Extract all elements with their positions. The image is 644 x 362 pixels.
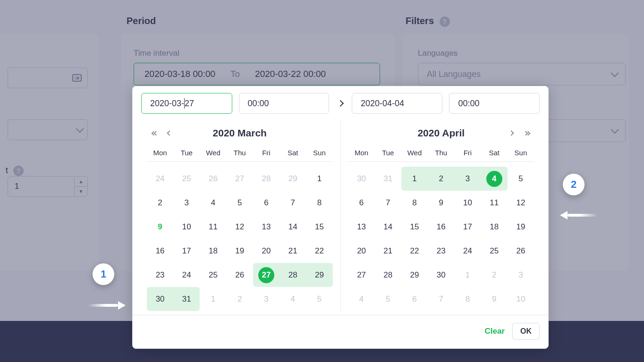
calendar-day[interactable]: 30	[428, 263, 454, 287]
calendar-day: 5	[306, 287, 332, 311]
calendar-day[interactable]: 9	[428, 191, 454, 215]
dow-cell: Sun	[306, 149, 332, 157]
calendar-day[interactable]: 7	[375, 191, 401, 215]
calendar-day: 28	[253, 167, 280, 191]
end-time-value: 00:00	[458, 99, 479, 109]
calendar-day[interactable]: 21	[375, 239, 401, 263]
end-time-input[interactable]: 00:00	[449, 93, 540, 114]
calendar-day[interactable]: 3	[454, 167, 481, 191]
end-date-value: 2020-04-04	[361, 99, 404, 109]
calendar-day: 3	[253, 287, 280, 311]
calendar-day[interactable]: 20	[348, 239, 375, 263]
calendar-day[interactable]: 6	[348, 191, 375, 215]
calendar-day[interactable]: 3	[173, 191, 200, 215]
calendar-day[interactable]: 20	[253, 239, 280, 263]
range-arrow-icon	[336, 99, 345, 108]
calendar-day[interactable]: 17	[173, 239, 200, 263]
calendar-day[interactable]: 22	[401, 239, 428, 263]
calendar-day: 29	[280, 167, 306, 191]
calendar-day[interactable]: 23	[428, 239, 454, 263]
calendar-day[interactable]: 8	[306, 191, 332, 215]
calendar-day[interactable]: 5	[508, 167, 534, 191]
calendar-day: 7	[428, 287, 454, 311]
calendar-day[interactable]: 24	[454, 239, 481, 263]
calendar-day[interactable]: 21	[280, 239, 306, 263]
calendar-day[interactable]: 1	[306, 167, 332, 191]
calendar-day[interactable]: 27	[348, 263, 375, 287]
calendar-day[interactable]: 1	[401, 167, 428, 191]
calendar-day: 24	[147, 167, 173, 191]
calendar-day[interactable]: 25	[200, 263, 226, 287]
calendar-day[interactable]: 26	[508, 239, 534, 263]
calendar-day[interactable]: 14	[280, 215, 306, 239]
calendar-day[interactable]: 11	[481, 191, 508, 215]
calendar-day[interactable]: 9	[147, 215, 173, 239]
calendar-day[interactable]: 31	[173, 287, 200, 311]
calendar-day: 6	[401, 287, 428, 311]
next-month-button[interactable]	[506, 127, 517, 139]
ok-button[interactable]: OK	[512, 323, 540, 340]
end-date-input[interactable]: 2020-04-04	[352, 93, 443, 114]
calendar-day: 10	[508, 287, 534, 311]
clear-button[interactable]: Clear	[484, 327, 505, 336]
calendar-day[interactable]: 16	[147, 239, 173, 263]
calendar-day[interactable]: 24	[173, 263, 200, 287]
calendar-day[interactable]: 10	[454, 191, 481, 215]
calendar-day: 9	[481, 287, 508, 311]
calendar-day[interactable]: 6	[253, 191, 280, 215]
calendar-day[interactable]: 17	[454, 215, 481, 239]
dow-row: MonTueWedThuFriSatSun	[348, 146, 534, 162]
start-date-input[interactable]: 2020-03-27	[141, 93, 232, 114]
calendar-day[interactable]: 15	[306, 215, 332, 239]
calendar-day[interactable]: 15	[401, 215, 428, 239]
calendar-day[interactable]: 14	[375, 215, 401, 239]
calendar-day[interactable]: 18	[481, 215, 508, 239]
calendar-day[interactable]: 7	[280, 191, 306, 215]
prev-month-button[interactable]	[164, 127, 175, 139]
dow-row: MonTueWedThuFriSatSun	[147, 146, 333, 162]
calendar-day[interactable]: 27	[253, 263, 280, 287]
calendar-day[interactable]: 16	[428, 215, 454, 239]
calendar-day[interactable]: 2	[428, 167, 454, 191]
dow-cell: Tue	[173, 149, 200, 157]
calendar-day: 8	[454, 287, 481, 311]
dow-cell: Wed	[200, 149, 226, 157]
calendar-day[interactable]: 19	[508, 215, 534, 239]
calendar-day[interactable]: 13	[253, 215, 280, 239]
calendar-day[interactable]: 18	[200, 239, 226, 263]
calendar-day[interactable]: 30	[147, 287, 173, 311]
calendar-day: 1	[454, 263, 481, 287]
dow-cell: Fri	[253, 149, 280, 157]
calendar-day[interactable]: 4	[481, 167, 508, 191]
calendar-day[interactable]: 4	[200, 191, 226, 215]
calendar-day: 30	[348, 167, 375, 191]
calendar-left-title: 2020 March	[213, 127, 267, 139]
calendar-day[interactable]: 13	[348, 215, 375, 239]
next-year-button[interactable]	[521, 127, 532, 139]
calendar-day: 25	[173, 167, 200, 191]
annotation-badge-1: 1	[93, 263, 114, 285]
calendar-day[interactable]: 5	[227, 191, 253, 215]
picker-top-row: 2020-03-27 00:00 2020-04-04 00:00	[133, 86, 548, 116]
start-time-input[interactable]: 00:00	[239, 93, 330, 114]
annotation-arrow-1	[88, 302, 130, 309]
calendar-day[interactable]: 22	[306, 239, 332, 263]
calendar-day[interactable]: 28	[375, 263, 401, 287]
calendar-day[interactable]: 11	[200, 215, 226, 239]
calendar-day[interactable]: 8	[401, 191, 428, 215]
calendar-day[interactable]: 26	[227, 263, 253, 287]
calendar-right-header: 2020 April	[348, 120, 534, 146]
prev-year-button[interactable]	[149, 127, 160, 139]
calendar-day[interactable]: 29	[401, 263, 428, 287]
calendar-day[interactable]: 12	[508, 191, 534, 215]
calendar-day[interactable]: 2	[147, 191, 173, 215]
calendar-left: 2020 March MonTueWedThuFriSatSun 2425262…	[139, 120, 340, 311]
calendar-day[interactable]: 12	[227, 215, 253, 239]
calendar-day[interactable]: 23	[147, 263, 173, 287]
calendar-day[interactable]: 10	[173, 215, 200, 239]
calendar-day[interactable]: 28	[280, 263, 306, 287]
calendar-day[interactable]: 25	[481, 239, 508, 263]
calendar-day[interactable]: 19	[227, 239, 253, 263]
annotation-arrow-2	[555, 212, 598, 219]
calendar-day[interactable]: 29	[306, 263, 332, 287]
